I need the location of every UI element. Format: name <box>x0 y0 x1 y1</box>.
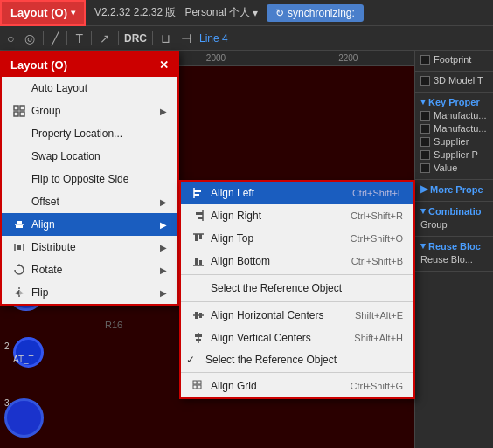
menu-item-align[interactable]: Align ▶ <box>2 213 177 236</box>
select-ref-1-icon <box>191 281 205 295</box>
svg-marker-12 <box>15 290 19 295</box>
sync-button[interactable]: ↻ synchronizing: <box>267 4 364 22</box>
submenu-align-grid[interactable]: Align Grid Ctrl+Shift+G <box>181 375 413 397</box>
align-v-centers-shortcut: Shift+Alt+H <box>354 333 403 343</box>
align-right-icon <box>191 209 205 223</box>
chevron-down-icon: ▾ <box>253 7 258 19</box>
submenu-align-left[interactable]: Align Left Ctrl+Shift+L <box>181 182 413 204</box>
flip-opposite-label: Flip to Opposite Side <box>31 173 167 185</box>
circle-tool-icon[interactable]: ○ <box>4 30 17 47</box>
submenu-align-v-centers[interactable]: Align Vertical Centers Shift+Alt+H <box>181 327 413 349</box>
value-label: Value <box>434 162 457 173</box>
reuse-blo-label: Reuse Blo... <box>420 254 473 265</box>
align-right-shortcut: Ctrl+Shift+R <box>351 210 403 221</box>
svg-rect-18 <box>196 212 203 215</box>
align-grid-label: Align Grid <box>211 380 344 392</box>
line-tool-icon[interactable]: ╱ <box>49 30 61 47</box>
menu-close-icon[interactable]: ✕ <box>159 59 169 72</box>
footprint-label: Footprint <box>434 54 471 65</box>
align-h-centers-label: Align Horizontal Centers <box>211 309 350 321</box>
submenu-align-right[interactable]: Align Right Ctrl+Shift+R <box>181 204 413 227</box>
rotate-icon <box>12 263 26 277</box>
submenu-align-bottom[interactable]: Align Bottom Ctrl+Shift+B <box>181 250 413 272</box>
menu-item-swap-location[interactable]: Swap Location <box>2 145 177 168</box>
svg-rect-33 <box>198 381 201 384</box>
supplier-p-row: Supplier P <box>420 149 488 160</box>
menu-item-rotate[interactable]: Rotate ▶ <box>2 258 177 281</box>
select-ref-2-label: Select the Reference Object <box>205 354 398 366</box>
align-left-shortcut: Ctrl+Shift+L <box>352 188 403 198</box>
rotate-label: Rotate <box>31 264 155 276</box>
align-h-centers-shortcut: Shift+Alt+E <box>355 310 403 320</box>
route-tool-icon[interactable]: ⊣ <box>178 30 194 47</box>
svg-rect-32 <box>193 381 197 384</box>
more-properties-section: ▶ More Prope <box>415 180 493 202</box>
menu-item-group[interactable]: Group ▶ <box>2 100 177 122</box>
submenu-align-h-centers[interactable]: Align Horizontal Centers Shift+Alt+E <box>181 304 413 327</box>
menu-item-flip-opposite[interactable]: Flip to Opposite Side <box>2 168 177 190</box>
distribute-icon <box>12 240 26 254</box>
combination-header: ▾ Combinatio <box>420 205 488 217</box>
group-menu-label: Group <box>31 105 155 117</box>
submenu-separator-1 <box>181 274 413 275</box>
svg-marker-13 <box>19 290 24 295</box>
reuse-block-section: ▾ Reuse Bloc Reuse Blo... <box>415 237 493 272</box>
manufactu-1-checkbox[interactable] <box>420 111 430 121</box>
3d-model-checkbox[interactable] <box>420 76 430 86</box>
submenu-select-ref-2[interactable]: ✓ Select the Reference Object <box>181 349 413 370</box>
ellipse-tool-icon[interactable]: ◎ <box>22 30 38 47</box>
via-tool-icon[interactable]: ⊔ <box>158 30 173 47</box>
align-grid-shortcut: Ctrl+Shift+G <box>350 381 403 391</box>
value-checkbox[interactable] <box>420 163 430 173</box>
toolbar-separator-4 <box>118 31 119 45</box>
supplier-checkbox[interactable] <box>420 137 430 147</box>
group-row: Group <box>420 219 488 230</box>
toolbar-separator-3 <box>91 31 92 45</box>
menu-item-auto-layout[interactable]: Auto Layout <box>2 77 177 100</box>
manufactu-2-checkbox[interactable] <box>420 124 430 134</box>
submenu-select-ref-1[interactable]: Select the Reference Object <box>181 277 413 300</box>
3d-model-label: 3D Model T <box>434 75 483 86</box>
chevron-down-icon-comb: ▾ <box>420 205 426 217</box>
ruler-mark-2200: 2200 <box>282 53 414 63</box>
group-label: Group <box>420 219 448 230</box>
menu-item-offset[interactable]: Offset ▶ <box>2 190 177 213</box>
key-properties-section: ▾ Key Proper Manufactu... Manufactu... S… <box>415 93 493 180</box>
svg-rect-35 <box>198 385 201 389</box>
svg-rect-27 <box>195 312 198 319</box>
main-area: 1800 2000 2200 1 ND 2 AT_T 3 H3 R16 Foot… <box>0 51 493 448</box>
supplier-p-checkbox[interactable] <box>420 150 430 160</box>
menu-header: Layout (O) ✕ <box>2 52 177 77</box>
swap-location-icon <box>12 149 26 163</box>
supplier-label: Supplier <box>434 136 469 147</box>
svg-rect-28 <box>199 313 202 318</box>
top-bar: Layout (O) ▾ V2.2.32 2.2.32 版 Personal 个… <box>0 0 493 26</box>
auto-layout-icon <box>12 81 26 95</box>
flip-opposite-icon <box>12 172 26 186</box>
supplier-p-label: Supplier P <box>434 149 478 160</box>
manufactu-2-label: Manufactu... <box>434 123 487 134</box>
svg-rect-31 <box>196 339 201 341</box>
check-mark-icon: ✓ <box>186 354 200 366</box>
align-bottom-shortcut: Ctrl+Shift+B <box>351 256 403 266</box>
svg-rect-3 <box>20 112 24 116</box>
pcb-num-3: 3 <box>4 398 10 408</box>
align-right-label: Align Right <box>211 210 345 222</box>
menu-item-distribute[interactable]: Distribute ▶ <box>2 236 177 258</box>
layout-menu-button[interactable]: Layout (O) ▾ <box>0 0 86 26</box>
personal-label: Personal 个人 ▾ <box>184 5 258 20</box>
dropdown-arrow-icon: ▾ <box>71 8 75 17</box>
arrow-tool-icon[interactable]: ↗ <box>97 30 113 47</box>
select-ref-1-label: Select the Reference Object <box>211 282 398 294</box>
footprint-checkbox[interactable] <box>420 55 430 65</box>
text-tool-icon[interactable]: T <box>73 30 86 47</box>
menu-item-flip[interactable]: Flip ▶ <box>2 281 177 304</box>
align-bottom-label: Align Bottom <box>211 255 346 267</box>
footprint-row: Footprint <box>420 54 488 65</box>
offset-label: Offset <box>31 196 155 208</box>
menu-title: Layout (O) <box>10 59 67 72</box>
submenu-align-top[interactable]: Align Top Ctrl+Shift+O <box>181 227 413 250</box>
drc-button[interactable]: DRC <box>124 32 147 45</box>
3d-model-row: 3D Model T <box>420 75 488 86</box>
menu-item-property-location[interactable]: Property Location... <box>2 122 177 145</box>
